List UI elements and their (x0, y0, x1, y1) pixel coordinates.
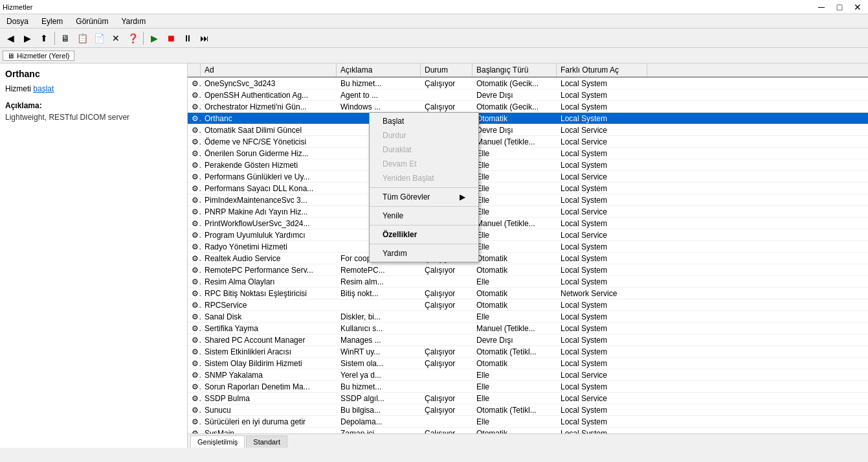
table-row[interactable]: ⚙ Sanal Disk Diskler, bi... Elle Local S… (188, 311, 868, 323)
breadcrumb-icon: 🖥 (7, 52, 14, 60)
toolbar-restart-service[interactable]: ⏭ (197, 30, 212, 46)
ctx-item-başlat[interactable]: Başlat (370, 114, 478, 128)
ctx-item-tüm-görevler[interactable]: Tüm Görevler▶ (370, 190, 478, 204)
maximize-button[interactable]: □ (832, 0, 847, 15)
table-row[interactable]: ⚙ Program Uyumluluk Yardımcı Elle Local … (188, 229, 868, 241)
toolbar-copy[interactable]: 📋 (74, 30, 90, 46)
toolbar-show-hide[interactable]: 🖥 (58, 30, 73, 46)
table-row[interactable]: ⚙ Otomatik Saat Dilimi Güncel Devre Dışı… (188, 124, 868, 136)
toolbar-stop-service[interactable]: ⏹ (163, 30, 179, 46)
row-status (421, 421, 473, 422)
row-logon: Local Service (557, 172, 647, 182)
table-row[interactable]: ⚙ RPC Bitiş Noktası Eşleştiricisi Bitiş … (188, 288, 868, 299)
ctx-item-yardım[interactable]: Yardım (370, 246, 478, 260)
th-start[interactable]: Başlangıç Türü (473, 64, 557, 76)
table-row[interactable]: ⚙ Sertifika Yayma Kullanıcı s... Manuel … (188, 323, 868, 334)
row-status: Çalışıyor (421, 78, 473, 89)
table-row[interactable]: ⚙ OpenSSH Authentication Ag... Agent to … (188, 89, 868, 101)
table-row[interactable]: ⚙ Performans Sayacı DLL Kona... Elle Loc… (188, 183, 868, 194)
table-row[interactable]: ⚙ Radyo Yönetimi Hizmeti Elle Local Syst… (188, 241, 868, 253)
row-desc: Kullanıcı s... (337, 323, 421, 334)
table-row[interactable]: ⚙ Realtek Audio Service For coope... Çal… (188, 253, 868, 264)
table-row[interactable]: ⚙ SSDP Bulma SSDP algıl... Çalışıyor Ell… (188, 393, 868, 404)
row-start: Elle (473, 312, 557, 322)
row-start: Elle (473, 148, 557, 159)
row-name: Program Uyumluluk Yardımcı (201, 230, 337, 240)
menu-eylem[interactable]: Eylem (38, 16, 67, 27)
row-logon: Local Service (557, 125, 647, 135)
row-name: SSDP Bulma (201, 393, 337, 404)
toolbar-up[interactable]: ⬆ (36, 30, 52, 46)
toolbar-pause-service[interactable]: ⏸ (180, 30, 195, 46)
table-row[interactable]: ⚙ PNRP Makine Adı Yayın Hiz... Elle Loca… (188, 206, 868, 218)
row-logon: Local System (557, 277, 647, 287)
start-service-link[interactable]: başlat (33, 84, 54, 93)
table-row[interactable]: ⚙ Orchestrator Hizmeti'ni Gün... Windows… (188, 101, 868, 113)
close-button[interactable]: ✕ (850, 0, 865, 15)
row-start: Otomatik (473, 300, 557, 310)
row-name: Sunucu (201, 405, 337, 415)
toolbar-back[interactable]: ◀ (3, 30, 18, 46)
row-logon: Local System (557, 90, 647, 100)
table-row[interactable]: ⚙ Sorun Raporları Denetim Ma... Bu hizme… (188, 381, 868, 393)
th-desc[interactable]: Açıklama (337, 64, 421, 76)
table-row[interactable]: ⚙ Ödeme ve NFC/SE Yöneticisi Manuel (Tet… (188, 136, 868, 148)
table-row[interactable]: ⚙ RemotePC Performance Serv... RemotePC.… (188, 264, 868, 276)
row-start: Elle (473, 207, 557, 217)
table-row[interactable]: ⚙ PrintWorkflowUserSvc_3d24... Manuel (T… (188, 218, 868, 229)
table-row[interactable]: ⚙ Sürücüleri en iyi duruma getir Depolam… (188, 416, 868, 428)
th-status[interactable]: Durum (421, 64, 473, 76)
th-logon[interactable]: Farklı Oturum Aç (557, 64, 647, 76)
th-icon[interactable] (188, 64, 201, 76)
toolbar-forward[interactable]: ▶ (19, 30, 35, 46)
toolbar-start-service[interactable]: ▶ (146, 30, 162, 46)
table-row[interactable]: ⚙ Sunucu Bu bilgisa... Çalışıyor Otomati… (188, 404, 868, 416)
row-logon: Local System (557, 242, 647, 252)
row-desc: Bu bilgisa... (337, 405, 421, 415)
toolbar-properties[interactable]: ❓ (125, 30, 140, 46)
row-name: Sorun Raporları Denetim Ma... (201, 382, 337, 392)
row-start: Elle (473, 382, 557, 392)
toolbar-delete[interactable]: ✕ (108, 30, 124, 46)
table-row[interactable]: ⚙ Orthanc Otomatik Local System (188, 113, 868, 124)
ctx-item-özellikler[interactable]: Özellikler (370, 227, 478, 242)
row-icon: ⚙ (188, 230, 201, 240)
row-start: Elle (473, 230, 557, 240)
table-row[interactable]: ⚙ PimIndexMaintenanceSvc 3... Elle Local… (188, 194, 868, 206)
row-logon: Local System (557, 183, 647, 194)
row-name: Ödeme ve NFC/SE Yöneticisi (201, 137, 337, 147)
row-desc: SSDP algıl... (337, 393, 421, 404)
row-logon: Local System (557, 102, 647, 112)
ctx-separator (370, 244, 478, 244)
toolbar-paste[interactable]: 📄 (91, 30, 107, 46)
table-row[interactable]: ⚙ Sistem Etkinlikleri Aracısı WinRT uy..… (188, 346, 868, 358)
table-row[interactable]: ⚙ OneSyncSvc_3d243 Bu hizmet... Çalışıyo… (188, 78, 868, 89)
menu-gorunum[interactable]: Görünüm (72, 16, 112, 27)
row-status (421, 95, 473, 96)
row-icon: ⚙ (188, 195, 201, 205)
table-row[interactable]: ⚙ Performans Günlükleri ve Uy... Elle Lo… (188, 171, 868, 183)
row-status: Çalışıyor (421, 265, 473, 275)
row-name: Sistem Etkinlikleri Aracısı (201, 347, 337, 357)
row-desc: Depolama... (337, 417, 421, 427)
tab-genisletilmis[interactable]: Genişletilmiş (190, 435, 245, 448)
th-name[interactable]: Ad (201, 64, 337, 76)
row-icon: ⚙ (188, 393, 201, 404)
table-row[interactable]: ⚙ SNMP Yakalama Yerel ya d... Elle Local… (188, 369, 868, 381)
table-row[interactable]: ⚙ Shared PC Account Manager Manages ... … (188, 334, 868, 346)
table-row[interactable]: ⚙ Resim Alma Olayları Resim alm... Elle … (188, 276, 868, 288)
ctx-item-yenile[interactable]: Yenile (370, 209, 478, 223)
table-row[interactable]: ⚙ RPCService Çalışıyor Otomatik Local Sy… (188, 299, 868, 311)
table-row[interactable]: ⚙ Önerilen Sorun Giderme Hiz... Elle Loc… (188, 148, 868, 159)
table-row[interactable]: ⚙ Sistem Olay Bildirim Hizmeti Sistem ol… (188, 358, 868, 369)
menu-dosya[interactable]: Dosya (3, 16, 32, 27)
table-row[interactable]: ⚙ Perakende Gösterı Hizmeti Elle Local S… (188, 159, 868, 171)
row-start: Manuel (Tetikle... (473, 218, 557, 229)
minimize-button[interactable]: ─ (814, 0, 829, 15)
row-desc: Yerel ya d... (337, 370, 421, 380)
menu-yardim[interactable]: Yardım (117, 16, 150, 27)
row-icon: ⚙ (188, 347, 201, 357)
row-name: PrintWorkflowUserSvc_3d24... (201, 218, 337, 229)
row-status: Çalışıyor (421, 358, 473, 369)
tab-standart[interactable]: Standart (246, 435, 287, 448)
